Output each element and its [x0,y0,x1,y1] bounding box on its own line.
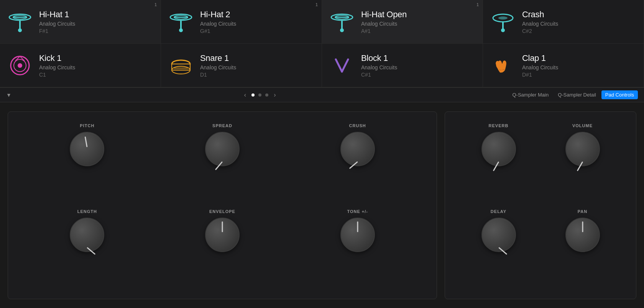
svg-point-21 [18,63,22,68]
clap-icon [489,52,517,79]
pad-block1[interactable]: Block 1 Analog Circuits C#1 [322,44,483,87]
pad-hihat2-name: Hi-Hat 2 [200,10,236,20]
toolbar-right: Q-Sampler Main Q-Sampler Detail Pad Cont… [508,90,638,99]
spread-knob[interactable] [205,132,240,166]
pad-crash-preset: Analog Circuits [522,21,558,27]
pad-grid: 1 Hi-Hat 1 Analog Circuits F#1 1 [0,0,644,88]
tone-label: TONE +/- [347,209,368,214]
knob-group-tone: TONE +/- [294,209,421,287]
pad-block1-preset: Analog Circuits [361,64,397,70]
chevron-down-icon[interactable]: ▼ [6,92,12,98]
pad-hihat1-badge: 1 [154,2,157,7]
pagination-dot-3[interactable] [265,93,268,97]
tab-qsampler-main[interactable]: Q-Sampler Main [508,90,552,99]
pan-knob[interactable] [565,218,600,252]
delay-label: DELAY [491,209,506,214]
pad-crash-info: Crash Analog Circuits C#2 [522,10,558,34]
tab-qsampler-detail[interactable]: Q-Sampler Detail [554,90,600,99]
pad-crash[interactable]: Crash Analog Circuits C#2 [483,0,644,44]
reverb-knob[interactable] [481,132,516,166]
pad-hihatopen[interactable]: 1 Hi-Hat Open Analog Circuits A#1 [322,0,483,44]
effects-panel: REVERB VOLUME DELAY PAN [445,111,636,299]
pad-block1-info: Block 1 Analog Circuits C#1 [361,53,397,78]
pitch-knob[interactable] [70,132,104,166]
kick-icon [6,52,34,79]
pad-clap1-note: D#1 [522,72,558,78]
spread-label: SPREAD [212,123,232,128]
knob-group-length: LENGTH [23,209,151,287]
hihat-icon [6,8,34,36]
pad-hihatopen-note: A#1 [361,28,407,34]
pad-clap1[interactable]: Clap 1 Analog Circuits D#1 [483,44,644,87]
pad-kick1-note: C1 [39,72,75,78]
svg-point-8 [179,28,183,32]
delay-knob[interactable] [481,218,516,252]
hihat2-icon [167,8,195,36]
pagination-dot-1[interactable] [251,93,255,97]
envelope-label: ENVELOPE [209,209,235,214]
knob-group-pan: PAN [544,209,621,287]
knob-group-spread: SPREAD [159,123,286,202]
pad-hihat2[interactable]: 1 Hi-Hat 2 Analog Circuits G#1 [161,0,322,44]
pad-hihat2-info: Hi-Hat 2 Analog Circuits G#1 [200,10,236,34]
svg-line-29 [336,59,342,72]
svg-rect-2 [19,20,21,29]
crush-knob[interactable] [340,132,375,166]
pad-kick1-info: Kick 1 Analog Circuits C1 [39,53,75,78]
pad-snare1[interactable]: Snare 1 Analog Circuits D1 [161,44,322,87]
pad-hihat2-note: G#1 [200,28,236,34]
pad-hihatopen-preset: Analog Circuits [361,21,407,27]
pad-hihat1-info: Hi-Hat 1 Analog Circuits F#1 [39,10,75,34]
svg-point-16 [498,16,508,20]
knob-group-crush: CRUSH [294,123,421,202]
pad-snare1-preset: Analog Circuits [200,64,236,70]
pad-block1-note: C#1 [361,72,397,78]
volume-label: VOLUME [572,123,593,128]
pagination-dot-2[interactable] [258,93,261,97]
hihatopen-icon [328,8,356,36]
tab-pad-controls[interactable]: Pad Controls [601,90,638,99]
svg-point-18 [501,28,505,32]
knob-group-delay: DELAY [460,209,537,287]
svg-line-30 [342,59,348,72]
envelope-knob[interactable] [205,218,240,252]
pad-block1-name: Block 1 [361,53,397,63]
block-icon [328,52,356,79]
crash-icon [489,8,517,36]
pad-crash-note: C#2 [522,28,558,34]
pad-kick1-preset: Analog Circuits [39,64,75,70]
nav-next-icon[interactable]: › [272,90,277,100]
pad-snare1-name: Snare 1 [200,53,236,63]
pad-hihatopen-name: Hi-Hat Open [361,10,407,20]
pad-hihat1[interactable]: 1 Hi-Hat 1 Analog Circuits F#1 [0,0,161,44]
reverb-label: REVERB [489,123,509,128]
pad-kick1[interactable]: Kick 1 Analog Circuits C1 [0,44,161,87]
tone-knob[interactable] [340,218,375,252]
crush-label: CRUSH [349,123,366,128]
svg-point-3 [18,28,22,32]
pad-hihat1-note: F#1 [39,28,75,34]
pan-label: PAN [578,209,587,214]
pad-crash-name: Crash [522,10,558,20]
pad-hihat1-preset: Analog Circuits [39,21,75,27]
pad-snare1-note: D1 [200,72,236,78]
volume-knob[interactable] [565,132,600,166]
toolbar-left: ▼ [6,92,12,98]
pad-hihat2-preset: Analog Circuits [200,21,236,27]
snare-icon [167,52,195,79]
pad-hihat2-badge: 1 [315,2,318,7]
knob-group-envelope: ENVELOPE [159,209,286,287]
length-knob[interactable] [70,218,104,252]
svg-point-13 [340,28,344,32]
controls-panel: PITCH SPREAD CRUSH LENGTH ENVELOPE TONE … [8,111,437,299]
pad-hihatopen-info: Hi-Hat Open Analog Circuits A#1 [361,10,407,34]
length-label: LENGTH [77,209,97,214]
pad-hihatopen-badge: 1 [476,2,479,7]
pad-clap1-name: Clap 1 [522,53,558,63]
toolbar-center: ‹ › [243,90,278,100]
pad-snare1-info: Snare 1 Analog Circuits D1 [200,53,236,78]
nav-prev-icon[interactable]: ‹ [243,90,248,100]
pitch-label: PITCH [80,123,94,128]
knob-group-pitch: PITCH [23,123,151,202]
main-area: PITCH SPREAD CRUSH LENGTH ENVELOPE TONE … [0,102,644,308]
